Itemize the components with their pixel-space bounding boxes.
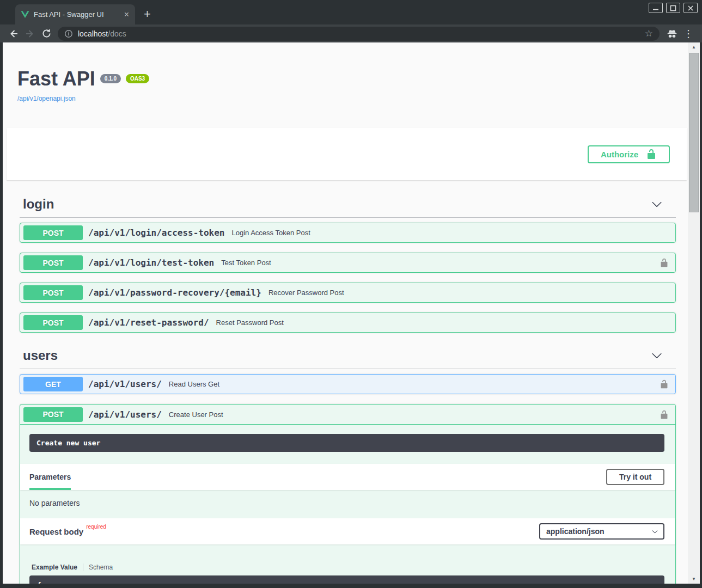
close-button[interactable] bbox=[683, 3, 698, 13]
window-controls bbox=[649, 3, 698, 13]
operation-summary: Read Users Get bbox=[169, 380, 219, 388]
site-favicon-icon bbox=[21, 11, 29, 19]
scrollbar[interactable]: ▲ ▼ bbox=[688, 42, 700, 584]
new-tab-button[interactable]: + bbox=[144, 8, 151, 20]
tab-schema[interactable]: Schema bbox=[89, 564, 113, 571]
unlocked-padlock-icon bbox=[646, 149, 657, 160]
tab-divider bbox=[83, 564, 83, 571]
chevron-down-icon[interactable] bbox=[651, 350, 662, 361]
operation-path: /api/v1/reset-password/ bbox=[88, 317, 209, 328]
authorize-button[interactable]: Authorize bbox=[588, 145, 670, 163]
method-badge: POST bbox=[23, 225, 83, 240]
method-badge: POST bbox=[23, 285, 83, 300]
operation-description: Create new user bbox=[29, 434, 664, 452]
browser-menu-icon[interactable]: ⋮ bbox=[680, 29, 697, 39]
required-label: required bbox=[86, 524, 106, 530]
incognito-icon bbox=[664, 26, 680, 41]
operation-summary: Login Access Token Post bbox=[231, 229, 310, 237]
scheme-container: Authorize bbox=[7, 128, 687, 180]
section-login-header[interactable]: login bbox=[20, 191, 676, 218]
version-badge: 0.1.0 bbox=[100, 74, 121, 83]
openapi-spec-link[interactable]: /api/v1/openapi.json bbox=[17, 95, 76, 102]
no-parameters-text: No parameters bbox=[20, 490, 675, 518]
tab-parameters: Parameters bbox=[29, 464, 71, 490]
address-bar[interactable]: localhost/docs ☆ bbox=[58, 27, 660, 41]
oas3-badge: OAS3 bbox=[126, 74, 149, 83]
operation-row[interactable]: POST /api/v1/login/test-token Test Token… bbox=[20, 253, 676, 273]
method-badge: GET bbox=[23, 377, 83, 391]
api-info: Fast API 0.1.0 OAS3 /api/v1/openapi.json bbox=[3, 42, 688, 103]
bookmark-star-icon[interactable]: ☆ bbox=[645, 29, 653, 38]
operation-path: /api/v1/login/test-token bbox=[88, 258, 214, 268]
method-badge: POST bbox=[23, 407, 83, 422]
request-body-label: Request body bbox=[29, 527, 83, 536]
example-code-block: { bbox=[29, 575, 664, 584]
swagger-page: Fast API 0.1.0 OAS3 /api/v1/openapi.json… bbox=[3, 42, 688, 584]
forward-button[interactable] bbox=[22, 26, 38, 41]
scrollbar-thumb[interactable] bbox=[689, 53, 699, 212]
section-users: users GET /api/v1/users/ Read Users Get bbox=[20, 342, 676, 584]
auth-lock-icon[interactable] bbox=[660, 258, 669, 267]
section-login: login POST /api/v1/login/access-token Lo… bbox=[20, 191, 676, 333]
tab-close-icon[interactable]: × bbox=[123, 10, 131, 19]
url-host: localhost/docs bbox=[78, 29, 126, 39]
operation-row[interactable]: POST /api/v1/password-recovery/{email} R… bbox=[20, 283, 676, 303]
operation-row[interactable]: POST /api/v1/users/ Create User Post bbox=[20, 405, 675, 425]
method-badge: POST bbox=[23, 315, 83, 330]
browser-content-area: Fast API 0.1.0 OAS3 /api/v1/openapi.json… bbox=[0, 42, 702, 588]
media-type-dropdown[interactable]: application/json bbox=[539, 523, 664, 540]
operation-expanded: POST /api/v1/users/ Create User Post Cre… bbox=[20, 404, 676, 584]
operation-summary: Create User Post bbox=[169, 411, 223, 419]
browser-toolbar: localhost/docs ☆ ⋮ bbox=[0, 24, 702, 42]
parameters-header: Parameters Try it out bbox=[20, 464, 675, 490]
operation-row[interactable]: POST /api/v1/login/access-token Login Ac… bbox=[20, 223, 676, 243]
request-body-header: Request bodyrequired application/json bbox=[20, 518, 675, 544]
section-title: login bbox=[20, 197, 54, 212]
back-button[interactable] bbox=[5, 26, 22, 41]
tab-title: Fast API - Swagger UI bbox=[34, 10, 118, 19]
browser-tab[interactable]: Fast API - Swagger UI × bbox=[15, 4, 135, 24]
scroll-up-button[interactable]: ▲ bbox=[688, 42, 700, 52]
auth-lock-icon[interactable] bbox=[660, 379, 669, 389]
maximize-button[interactable] bbox=[666, 3, 680, 13]
auth-lock-icon[interactable] bbox=[660, 410, 669, 419]
try-it-out-button[interactable]: Try it out bbox=[606, 469, 664, 485]
chevron-down-icon bbox=[652, 529, 658, 535]
model-example-tabs: Example Value Schema bbox=[32, 564, 675, 571]
tab-example-value[interactable]: Example Value bbox=[32, 564, 77, 571]
chevron-down-icon[interactable] bbox=[651, 199, 662, 210]
operation-row[interactable]: GET /api/v1/users/ Read Users Get bbox=[20, 374, 676, 394]
operation-row[interactable]: POST /api/v1/reset-password/ Reset Passw… bbox=[20, 313, 676, 333]
section-title: users bbox=[20, 348, 58, 363]
operation-summary: Reset Password Post bbox=[216, 318, 284, 327]
browser-titlebar: Fast API - Swagger UI × + bbox=[0, 0, 702, 24]
method-badge: POST bbox=[23, 255, 83, 270]
scroll-down-button[interactable]: ▼ bbox=[688, 574, 700, 584]
operation-path: /api/v1/users/ bbox=[88, 409, 162, 420]
operation-path: /api/v1/login/access-token bbox=[88, 228, 224, 238]
operation-path: /api/v1/password-recovery/{email} bbox=[88, 287, 261, 298]
browser-window: Fast API - Swagger UI × + bbox=[0, 0, 702, 588]
operation-summary: Recover Password Post bbox=[268, 289, 344, 297]
section-users-header[interactable]: users bbox=[20, 342, 676, 369]
operation-path: /api/v1/users/ bbox=[88, 379, 162, 389]
page-info-icon[interactable] bbox=[64, 29, 73, 38]
reload-button[interactable] bbox=[38, 26, 54, 41]
operation-summary: Test Token Post bbox=[221, 259, 271, 267]
minimize-button[interactable] bbox=[649, 3, 663, 13]
page-title: Fast API bbox=[17, 68, 95, 90]
